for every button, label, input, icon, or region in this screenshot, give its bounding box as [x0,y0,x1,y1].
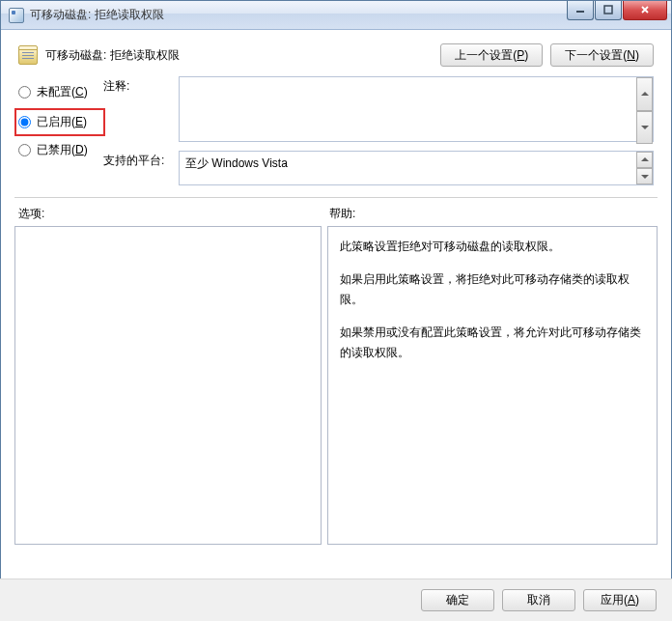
radio-enabled[interactable]: 已启用(E) [14,108,105,136]
radio-enabled-input[interactable] [18,116,31,128]
policy-icon [18,45,38,65]
comment-row: 注释: [103,76,654,145]
cancel-button[interactable]: 取消 [502,589,575,611]
radio-disabled-input[interactable] [18,144,31,156]
apply-button[interactable]: 应用(A) [583,589,657,611]
policy-title: 可移动磁盘: 拒绝读取权限 [45,47,433,64]
platform-label: 支持的平台: [103,151,179,185]
help-label: 帮助: [329,206,355,222]
comment-scrollbar [636,77,653,144]
close-button[interactable] [623,1,667,20]
app-icon [9,8,24,23]
comment-label: 注释: [103,76,179,145]
window-controls [567,1,671,20]
svg-rect-1 [604,6,612,14]
prev-setting-button[interactable]: 上一个设置(P) [440,43,543,67]
radio-enabled-label: 已启用(E) [37,114,87,130]
comment-scroll-down[interactable] [636,111,653,145]
section-labels: 选项: 帮助: [1,198,671,226]
minimize-button[interactable] [567,1,594,20]
platform-scroll-down[interactable] [636,168,653,184]
panels-row: 此策略设置拒绝对可移动磁盘的读取权限。 如果启用此策略设置，将拒绝对此可移动存储… [1,226,671,552]
platform-scroll-up[interactable] [636,152,653,168]
next-setting-button[interactable]: 下一个设置(N) [550,43,654,67]
options-label: 选项: [18,206,329,222]
options-panel [14,226,322,545]
help-text-2: 如果启用此策略设置，将拒绝对此可移动存储类的读取权限。 [340,269,645,309]
svg-rect-0 [576,11,584,13]
titlebar: 可移动磁盘: 拒绝读取权限 [1,1,671,30]
radio-disabled-label: 已禁用(D) [37,142,88,158]
platform-scrollbar [636,152,653,184]
footer: 确定 取消 应用(A) [0,579,672,621]
header-row: 可移动磁盘: 拒绝读取权限 上一个设置(P) 下一个设置(N) [1,30,671,76]
radio-disabled[interactable]: 已禁用(D) [18,142,103,158]
window-title: 可移动磁盘: 拒绝读取权限 [30,7,567,23]
radio-not-configured[interactable]: 未配置(C) [18,84,103,100]
comment-scroll-up[interactable] [636,77,653,111]
platform-row: 支持的平台: 至少 Windows Vista [103,151,654,185]
help-panel: 此策略设置拒绝对可移动磁盘的读取权限。 如果启用此策略设置，将拒绝对此可移动存储… [327,226,658,545]
comment-input[interactable] [179,76,654,142]
maximize-button[interactable] [595,1,622,20]
radio-not-configured-input[interactable] [18,86,31,99]
radio-not-configured-label: 未配置(C) [37,84,88,100]
fields-column: 注释: 支持的平台: 至少 Windows Vista [103,76,654,191]
help-text-1: 此策略设置拒绝对可移动磁盘的读取权限。 [340,237,645,256]
platform-value: 至少 Windows Vista [179,151,654,185]
help-text-3: 如果禁用或没有配置此策略设置，将允许对此可移动存储类的读取权限。 [340,323,645,362]
state-radios: 未配置(C) 已启用(E) 已禁用(D) [18,76,103,191]
config-area: 未配置(C) 已启用(E) 已禁用(D) 注释: 支持的平台: 至少 Win [1,76,671,195]
ok-button[interactable]: 确定 [421,589,494,611]
